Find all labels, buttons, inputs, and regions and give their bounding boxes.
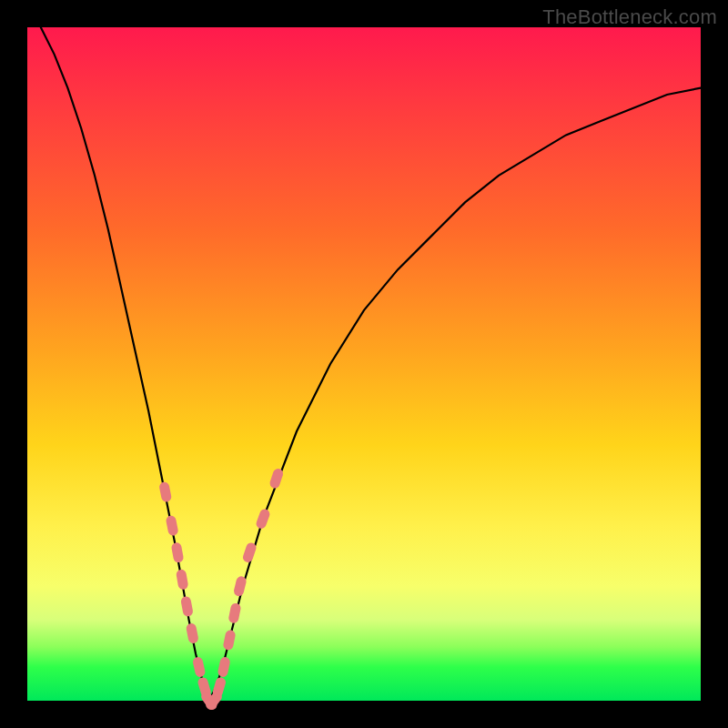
data-marker [268,468,284,490]
data-markers [158,468,284,713]
data-marker [176,569,189,591]
data-marker [222,630,236,652]
data-marker [171,541,185,563]
data-marker [228,602,241,624]
data-marker [233,575,248,597]
bottleneck-curve [41,27,701,701]
chart-overlay [27,27,701,701]
data-marker [166,515,179,537]
watermark-text: TheBottleneck.com [542,5,717,29]
data-marker [180,596,194,618]
data-marker [192,656,207,678]
chart-frame: TheBottleneck.com [0,0,728,728]
data-marker [186,622,199,644]
data-marker [217,656,230,678]
data-marker [255,508,271,530]
data-marker [241,541,258,563]
data-marker [158,481,172,503]
data-marker [211,676,227,698]
